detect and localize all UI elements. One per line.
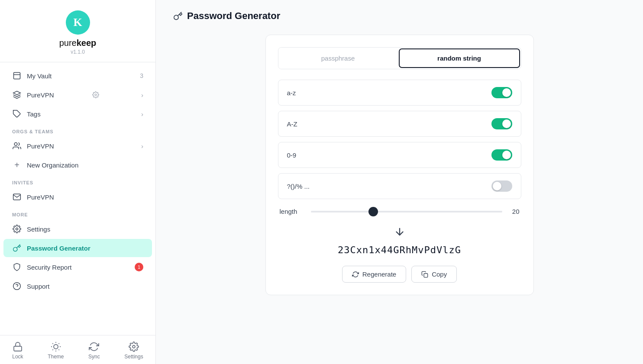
orgs-section-label: Orgs & Teams (0, 124, 155, 136)
footer-settings-button[interactable]: Settings (119, 339, 148, 362)
slider-label: length (280, 208, 304, 215)
purevpn-label: PureVPN (27, 91, 54, 99)
toggle-row-az: a-z (278, 80, 521, 106)
theme-icon (51, 341, 61, 352)
svg-line-11 (58, 349, 59, 350)
svg-line-14 (52, 349, 53, 350)
plus-icon: + (12, 160, 22, 170)
footer-settings-label: Settings (124, 354, 143, 360)
generated-password: 23Cxn1x44GRhMvPdVlzG (278, 245, 521, 255)
generator-card: passphrase random string a-z A-Z 0-9 (265, 35, 534, 295)
sidebar-nav: My Vault 3 PureVPN › (0, 62, 155, 335)
key-icon (12, 243, 22, 253)
length-slider[interactable] (311, 211, 502, 213)
brand-name: purekeep (59, 38, 97, 48)
toggle-az-thumb (502, 88, 511, 97)
toggle-09[interactable] (491, 149, 512, 161)
org-icon (12, 141, 22, 151)
sidebar-item-purevpn[interactable]: PureVPN › (3, 86, 152, 104)
sidebar-item-tags[interactable]: Tags › (3, 105, 152, 123)
sidebar-footer: Lock Theme Sync (0, 335, 155, 364)
support-label: Support (27, 283, 50, 290)
svg-point-0 (95, 94, 97, 96)
vault-icon (12, 71, 22, 81)
tags-chevron-icon: › (141, 110, 143, 118)
toggle-special-label: ?()/% ... (287, 183, 310, 190)
toggle-AZ[interactable] (491, 118, 512, 129)
toggle-special-thumb (493, 182, 501, 190)
sync-icon (89, 341, 99, 352)
orgs-purevpn-chevron-icon: › (141, 142, 143, 150)
copy-button[interactable]: Copy (411, 266, 457, 283)
password-generator-label: Password Generator (27, 245, 90, 252)
envelope-icon (12, 192, 22, 202)
sync-label: Sync (88, 354, 100, 360)
theme-button[interactable]: Theme (42, 339, 69, 362)
footer-settings-icon (129, 341, 139, 352)
new-org-label: New Organization (27, 161, 78, 169)
slider-row: length 20 (278, 204, 521, 219)
toggle-special[interactable] (491, 180, 512, 192)
page-key-icon (173, 11, 183, 21)
sidebar-item-orgs-purevpn[interactable]: PureVPN › (3, 137, 152, 155)
shield-icon (12, 262, 22, 272)
svg-rect-6 (14, 346, 22, 351)
sidebar-item-support[interactable]: Support (3, 277, 152, 295)
security-report-label: Security Report (27, 264, 71, 271)
invites-section-label: Invites (0, 175, 155, 187)
arrow-down-icon (394, 225, 406, 238)
slider-value: 20 (509, 208, 520, 215)
regenerate-label: Regenerate (362, 271, 396, 278)
toggle-AZ-label: A-Z (287, 120, 297, 128)
layers-icon (12, 90, 22, 100)
tab-random-string[interactable]: random string (399, 48, 520, 68)
sidebar-item-settings[interactable]: Settings (3, 220, 152, 238)
sidebar-item-invites-purevpn[interactable]: PureVPN (3, 188, 152, 206)
svg-line-10 (52, 343, 53, 344)
copy-icon (421, 271, 428, 278)
regenerate-button[interactable]: Regenerate (342, 266, 406, 283)
sidebar-item-security-report[interactable]: Security Report 1 (3, 258, 152, 276)
settings-icon (12, 224, 22, 234)
version-label: v1.1.0 (71, 49, 85, 55)
settings-label: Settings (27, 225, 50, 233)
svg-point-16 (132, 345, 135, 348)
orgs-purevpn-label: PureVPN (27, 142, 54, 150)
sidebar-item-password-generator[interactable]: Password Generator (3, 239, 152, 257)
svg-point-4 (13, 283, 21, 290)
logo: K (66, 10, 90, 35)
main-content: Password Generator passphrase random str… (156, 0, 643, 364)
arrow-area (278, 225, 521, 238)
sidebar-item-my-vault[interactable]: My Vault 3 (3, 67, 152, 85)
page-header: Password Generator (173, 10, 626, 22)
action-row: Regenerate Copy (278, 266, 521, 283)
svg-point-7 (54, 345, 58, 349)
svg-rect-18 (424, 274, 428, 277)
tab-row: passphrase random string (278, 47, 521, 69)
svg-point-2 (14, 143, 17, 146)
lock-button[interactable]: Lock (7, 339, 28, 362)
tag-icon (12, 109, 22, 119)
tags-label: Tags (27, 110, 41, 118)
tab-passphrase[interactable]: passphrase (278, 48, 398, 69)
my-vault-label: My Vault (27, 72, 52, 80)
toggle-09-thumb (502, 151, 511, 159)
logo-letter: K (73, 16, 82, 29)
invites-purevpn-label: PureVPN (27, 193, 54, 201)
toggle-09-label: 0-9 (287, 151, 297, 159)
toggle-az[interactable] (491, 87, 512, 98)
regenerate-icon (352, 271, 359, 278)
support-icon (12, 281, 22, 291)
svg-line-15 (58, 343, 59, 344)
toggle-row-AZ: A-Z (278, 111, 521, 137)
sync-button[interactable]: Sync (83, 339, 105, 362)
svg-point-3 (16, 228, 18, 230)
sidebar-item-new-org[interactable]: + New Organization (3, 156, 152, 174)
security-report-badge: 1 (135, 263, 143, 271)
purevpn-gear-icon[interactable] (92, 91, 99, 98)
theme-label: Theme (48, 354, 64, 360)
lock-label: Lock (12, 354, 23, 360)
page-title: Password Generator (187, 10, 280, 22)
my-vault-count: 3 (140, 72, 143, 79)
toggle-AZ-thumb (502, 119, 511, 128)
